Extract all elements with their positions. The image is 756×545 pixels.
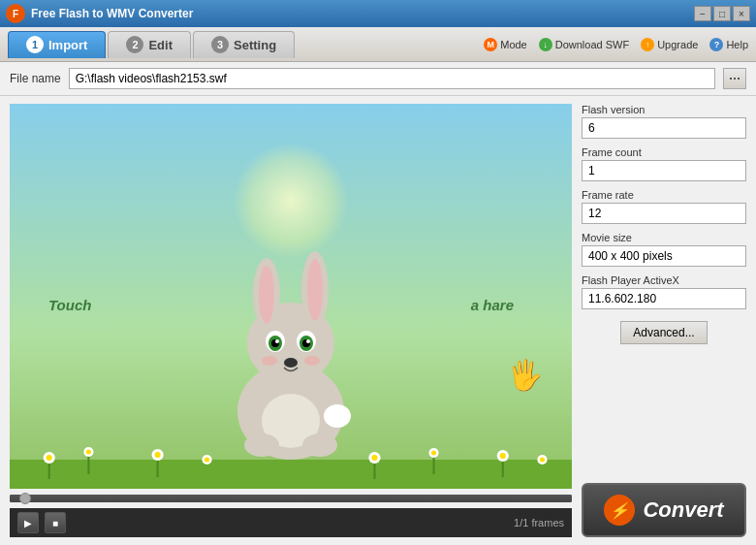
flash-version-group: Flash version [582, 104, 746, 139]
svg-point-31 [371, 455, 377, 461]
help-button[interactable]: ? Help [709, 38, 748, 51]
svg-rect-21 [10, 460, 572, 489]
controls-bar: ▶ ■ 1/1 frames [10, 508, 572, 537]
svg-point-25 [86, 450, 91, 455]
svg-point-15 [262, 356, 277, 366]
browse-button[interactable]: ⋯ [723, 68, 746, 89]
flash-version-label: Flash version [582, 104, 746, 115]
frame-rate-label: Frame rate [582, 189, 746, 201]
tab-import-num: 1 [26, 36, 44, 53]
video-panel: Touch a hare 🖐 [10, 104, 572, 537]
video-frame: Touch a hare 🖐 [10, 104, 572, 489]
frame-count-group: Frame count [582, 146, 746, 181]
svg-point-33 [431, 451, 436, 456]
flash-player-label: Flash Player ActiveX [582, 274, 746, 286]
frame-count-input[interactable] [582, 160, 746, 181]
app-icon: F [6, 4, 25, 23]
filename-input[interactable] [69, 68, 715, 89]
mode-icon: M [484, 38, 497, 51]
title-bar: F Free Flash to WMV Converter − □ × [0, 0, 756, 27]
svg-point-13 [306, 339, 310, 343]
upgrade-button[interactable]: ↑ Upgrade [641, 38, 698, 51]
tab-edit[interactable]: 2 Edit [108, 31, 191, 58]
svg-point-16 [304, 356, 320, 366]
movie-size-label: Movie size [582, 232, 746, 243]
toolbar-right: M Mode ↓ Download SWF ↑ Upgrade ? Help [484, 38, 748, 51]
convert-icon: ⚡ [604, 495, 635, 526]
scene-text-touch: Touch [48, 297, 91, 313]
window-title: Free Flash to WMV Converter [31, 7, 694, 20]
download-swf-button[interactable]: ↓ Download SWF [539, 38, 629, 51]
tab-setting[interactable]: 3 Setting [193, 31, 295, 58]
flash-version-input[interactable] [582, 117, 746, 139]
progress-thumb[interactable] [19, 493, 31, 504]
upgrade-icon: ↑ [641, 38, 654, 51]
minimize-button[interactable]: − [694, 6, 711, 21]
svg-point-27 [155, 452, 161, 458]
tab-setting-label: Setting [234, 38, 276, 52]
tab-edit-label: Edit [148, 38, 173, 52]
download-label: Download SWF [555, 39, 629, 50]
maximize-button[interactable]: □ [713, 6, 731, 21]
frame-rate-input[interactable] [582, 203, 746, 224]
download-icon: ↓ [539, 38, 552, 51]
frame-count-label: Frame count [582, 146, 746, 158]
svg-point-14 [284, 358, 298, 368]
upgrade-label: Upgrade [657, 39, 698, 50]
hand-icon: 🖐 [507, 358, 543, 392]
tab-bar: 1 Import 2 Edit 3 Setting [8, 31, 295, 58]
frame-rate-group: Frame rate [582, 189, 746, 224]
svg-point-37 [540, 458, 545, 463]
svg-point-3 [259, 266, 274, 324]
frames-info: 1/1 frames [514, 517, 564, 529]
movie-size-group: Movie size [582, 232, 746, 267]
flash-player-group: Flash Player ActiveX [582, 274, 746, 309]
mode-label: Mode [500, 39, 527, 50]
help-label: Help [726, 39, 748, 50]
content-area: Touch a hare 🖐 [0, 96, 756, 545]
play-button[interactable]: ▶ [17, 512, 39, 533]
flash-player-input[interactable] [582, 288, 746, 309]
svg-point-5 [307, 259, 323, 321]
mode-button[interactable]: M Mode [484, 38, 527, 51]
tab-import-label: Import [48, 38, 87, 52]
toolbar: 1 Import 2 Edit 3 Setting M Mode ↓ Downl… [0, 27, 756, 62]
movie-size-input[interactable] [582, 245, 746, 267]
progress-bar[interactable] [10, 495, 572, 502]
svg-point-23 [47, 455, 52, 461]
convert-label: Convert [643, 497, 723, 523]
filename-bar: File name ⋯ [0, 62, 756, 96]
tab-edit-num: 2 [126, 36, 143, 53]
flowers-svg [10, 421, 572, 489]
svg-point-12 [275, 339, 279, 343]
close-button[interactable]: × [733, 6, 750, 21]
main-container: 1 Import 2 Edit 3 Setting M Mode ↓ Downl… [0, 27, 756, 545]
svg-point-35 [500, 453, 506, 459]
filename-label: File name [10, 72, 61, 85]
stop-button[interactable]: ■ [45, 512, 66, 533]
convert-button[interactable]: ⚡ Convert [582, 483, 746, 537]
progress-track [10, 495, 572, 502]
right-panel: Flash version Frame count Frame rate Mov… [582, 104, 746, 537]
help-icon: ? [709, 38, 723, 51]
window-controls: − □ × [694, 6, 750, 21]
svg-point-29 [205, 458, 209, 463]
advanced-button[interactable]: Advanced... [620, 321, 707, 344]
scene-text-hare: a hare [471, 297, 514, 313]
tab-setting-num: 3 [211, 36, 229, 53]
tab-import[interactable]: 1 Import [8, 31, 106, 58]
convert-btn-container: ⚡ Convert [582, 483, 746, 537]
